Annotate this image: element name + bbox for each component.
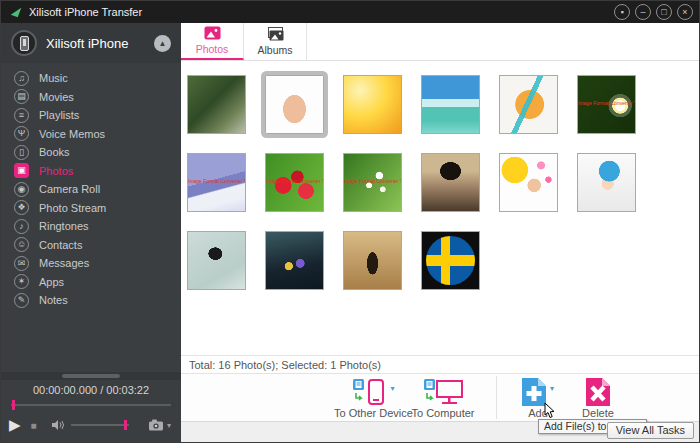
snapshot-camera-icon[interactable] <box>148 419 164 431</box>
app-window: Xilisoft iPhone Transfer ▪ – □ × Xilisof… <box>0 0 700 443</box>
window-title: Xilisoft iPhone Transfer <box>29 6 142 18</box>
photo-thumbnail-purple-flowers[interactable]: Image Format Converter Trial <box>187 153 246 212</box>
sidebar-item-label: Photo Stream <box>39 202 106 214</box>
add-dropdown-icon[interactable]: ▾ <box>550 384 554 393</box>
contacts-icon: ☺ <box>14 237 29 252</box>
ringtone-icon: ♪ <box>14 219 29 234</box>
tab-albums[interactable]: Albums <box>244 23 307 60</box>
camera-roll-icon: ◉ <box>14 182 29 197</box>
sidebar-item-music[interactable]: ♫ Music <box>1 69 181 88</box>
sidebar-item-label: Camera Roll <box>39 183 100 195</box>
to-computer-label: To Computer <box>412 407 475 419</box>
sidebar-item-playlists[interactable]: ≡ Playlists <box>1 106 181 125</box>
photo-thumbnail-sweden-flag[interactable] <box>421 231 480 290</box>
app-logo-icon <box>9 5 23 19</box>
photo-thumbnail-heart-collage[interactable] <box>187 231 246 290</box>
photo-thumbnail-forest[interactable] <box>187 75 246 134</box>
book-icon: ▯ <box>14 145 29 160</box>
status-bar: Total: 16 Photo(s); Selected: 1 Photo(s) <box>181 355 699 373</box>
albums-tab-icon <box>266 27 284 41</box>
photos-tab-icon <box>204 26 221 40</box>
sidebar-item-notes[interactable]: ✎ Notes <box>1 291 181 310</box>
maximize-button[interactable]: □ <box>656 4 672 20</box>
volume-thumb[interactable] <box>124 420 127 430</box>
volume-slider[interactable] <box>71 424 129 426</box>
sidebar-item-label: Ringtones <box>39 220 89 232</box>
photo-thumbnail-dancer[interactable] <box>343 231 402 290</box>
movies-icon: ▤ <box>14 89 29 104</box>
skin-button[interactable]: ▪ <box>614 4 630 20</box>
photo-thumbnail-beach[interactable] <box>421 75 480 134</box>
sidebar-item-photos[interactable]: ▣ Photos <box>1 162 181 181</box>
tab-label: Photos <box>196 43 229 55</box>
music-icon: ♫ <box>14 71 29 86</box>
photo-grid: Image Format Converter Trial Image Forma… <box>181 61 699 290</box>
sidebar-item-apps[interactable]: ✶ Apps <box>1 273 181 292</box>
sidebar-item-ringtones[interactable]: ♪ Ringtones <box>1 217 181 236</box>
playback-time: 00:00:00.000 / 00:03:22 <box>1 384 181 400</box>
tab-label: Albums <box>257 44 292 56</box>
to-other-device-label: To Other Device <box>334 407 413 419</box>
watermark-text: Image Format Converter Trial <box>188 178 245 184</box>
to-other-device-button[interactable]: ▾ To Other Device <box>326 378 421 419</box>
photo-thumbnail-lily[interactable]: Image Format Converter Trial <box>343 153 402 212</box>
sidebar-item-label: Apps <box>39 276 64 288</box>
sidebar-item-contacts[interactable]: ☺ Contacts <box>1 236 181 255</box>
seek-bar[interactable] <box>11 404 171 406</box>
minimize-button[interactable]: – <box>635 4 651 20</box>
photo-thumbnail-pocoyo[interactable] <box>577 153 636 212</box>
mouse-cursor <box>544 402 556 419</box>
sidebar-item-camera-roll[interactable]: ◉ Camera Roll <box>1 180 181 199</box>
bottom-toolbar: ▾ To Other Device <box>181 373 699 421</box>
messages-icon: ✉ <box>14 256 29 271</box>
to-computer-button[interactable]: To Computer <box>408 378 478 419</box>
watermark-text: Image Format Converter Trial <box>344 178 401 184</box>
status-text: Total: 16 Photo(s); Selected: 1 Photo(s) <box>189 359 381 371</box>
close-button[interactable]: × <box>677 4 693 20</box>
delete-button[interactable]: Delete <box>573 378 623 419</box>
to-computer-icon <box>423 378 463 407</box>
play-button[interactable]: ▶ <box>9 415 21 435</box>
photo-thumbnail-cartoon-hearts[interactable] <box>499 153 558 212</box>
mini-player: 00:00:00.000 / 00:03:22 ▶ ■ <box>1 380 181 442</box>
view-all-tasks-button[interactable]: View All Tasks <box>607 422 694 439</box>
sidebar-item-label: Messages <box>39 257 89 269</box>
photo-thumbnail-baby-selected[interactable] <box>265 75 324 134</box>
sidebar-item-label: Music <box>39 72 68 84</box>
volume-icon[interactable] <box>51 419 65 431</box>
sidebar-item-books[interactable]: ▯ Books <box>1 143 181 162</box>
photo-thumbnail-daisy[interactable]: Image Format Converter Trial <box>577 75 636 134</box>
photo-stream-icon: ❖ <box>14 200 29 215</box>
drag-handle[interactable] <box>62 374 120 378</box>
sidebar-item-movies[interactable]: ▤ Movies <box>1 88 181 107</box>
camera-dropdown-icon[interactable]: ▾ <box>167 421 171 430</box>
tab-photos[interactable]: Photos <box>181 23 244 60</box>
delete-label: Delete <box>582 407 614 419</box>
photo-thumbnail-game[interactable] <box>265 231 324 290</box>
tabbar: Photos Albums <box>181 23 699 61</box>
notes-icon: ✎ <box>14 293 29 308</box>
sidebar-item-label: Playlists <box>39 109 79 121</box>
photo-thumbnail-yellow-abstract[interactable] <box>343 75 402 134</box>
sidebar-item-voice-memos[interactable]: Ψ Voice Memos <box>1 125 181 144</box>
sidebar-spacer <box>1 310 181 373</box>
photo-thumbnail-mj-portrait[interactable] <box>421 153 480 212</box>
eject-icon[interactable]: ▲ <box>154 35 171 52</box>
sidebar-item-label: Notes <box>39 294 68 306</box>
playlists-icon: ≡ <box>14 108 29 123</box>
device-header: Xilisoft iPhone ▲ <box>1 23 181 63</box>
to-other-device-dropdown-icon[interactable]: ▾ <box>390 384 394 393</box>
stop-button[interactable]: ■ <box>31 420 37 431</box>
photo-thumbnail-toy-bear[interactable] <box>499 75 558 134</box>
photos-icon: ▣ <box>14 163 29 178</box>
player-divider <box>1 372 181 380</box>
photo-thumbnail-tulips[interactable]: Image Format Converter Trial <box>265 153 324 212</box>
sidebar-item-photo-stream[interactable]: ❖ Photo Stream <box>1 199 181 218</box>
main-panel: Photos Albums <box>181 23 699 442</box>
sidebar-menu: ♫ Music ▤ Movies ≡ Playlists Ψ Voice Mem… <box>1 63 181 310</box>
seek-thumb[interactable] <box>12 400 15 410</box>
microphone-icon: Ψ <box>14 126 29 141</box>
watermark-text: Image Format Converter Trial <box>578 100 635 106</box>
sidebar-item-messages[interactable]: ✉ Messages <box>1 254 181 273</box>
sidebar-item-label: Books <box>39 146 70 158</box>
